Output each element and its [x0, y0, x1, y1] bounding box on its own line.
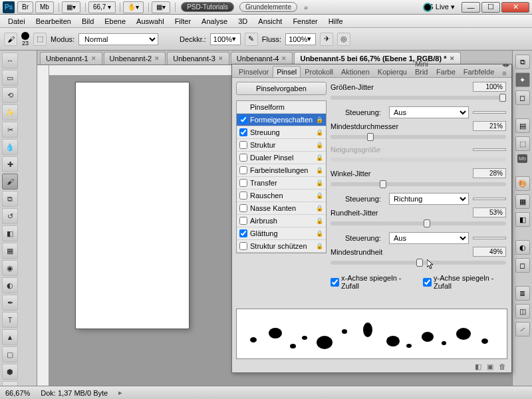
blur-tool[interactable]: ◉ — [2, 260, 18, 276]
panel-icon[interactable]: ◻ — [515, 90, 530, 105]
doc-tab-5[interactable]: Unbenannt-5 bei 66,7% (Ebene 1, RGB/8) *… — [294, 52, 460, 65]
close-icon[interactable]: ✕ — [281, 55, 287, 62]
tab-farbfelder[interactable]: Farbfelde — [460, 66, 498, 77]
blend-mode-select[interactable]: Normal — [78, 33, 158, 45]
doc-tab-2[interactable]: Unbenannt-2✕ — [104, 52, 166, 65]
brush-option-streuung[interactable]: Streuung🔒 — [237, 126, 326, 139]
option-checkbox[interactable] — [239, 242, 247, 250]
workspace-grundelemente[interactable]: Grundelemente — [239, 2, 297, 12]
tab-pinselvorgaben[interactable]: Pinselvor — [235, 66, 273, 77]
doc-tab-3[interactable]: Unbenannt-3✕ — [167, 52, 229, 65]
paths-panel-icon[interactable]: ⟋ — [515, 322, 530, 336]
tab-kopierquelle[interactable]: Kopierqu — [374, 66, 411, 77]
min-round-slider[interactable] — [331, 261, 506, 265]
stamp-tool[interactable]: ⧉ — [2, 191, 18, 207]
menu-auswahl[interactable]: Auswahl — [131, 17, 170, 25]
lock-icon[interactable]: 🔒 — [316, 142, 323, 148]
tab-overflow-icon[interactable]: ◂▸ ≡ — [498, 61, 514, 77]
lock-icon[interactable]: 🔒 — [316, 116, 323, 123]
menu-3d[interactable]: 3D — [233, 17, 253, 25]
size-jitter-slider[interactable] — [331, 96, 506, 100]
menu-bild[interactable]: Bild — [76, 17, 99, 25]
min-diameter-value[interactable]: 21% — [473, 121, 506, 131]
menu-ebene[interactable]: Ebene — [99, 17, 131, 25]
status-doc-info[interactable]: Dok: 1,37 MB/0 Byte — [41, 389, 108, 397]
panel-icon[interactable]: ✦ — [515, 72, 530, 87]
angle-jitter-value[interactable]: 28% — [473, 168, 506, 178]
toggle-preview-icon[interactable]: ◧ — [475, 362, 481, 371]
option-checkbox[interactable] — [239, 192, 247, 200]
option-checkbox[interactable] — [239, 116, 247, 124]
brush-tool[interactable]: 🖌 — [2, 174, 18, 190]
airbrush-icon[interactable]: ✈ — [320, 33, 333, 46]
round-jitter-slider[interactable] — [331, 221, 506, 225]
option-checkbox[interactable] — [239, 179, 247, 187]
round-jitter-value[interactable]: 53% — [473, 207, 506, 217]
heal-tool[interactable]: ✚ — [2, 156, 18, 172]
lock-icon[interactable]: 🔒 — [316, 129, 323, 136]
brush-option-struktur-schützen[interactable]: Struktur schützen🔒 — [237, 240, 326, 253]
cslive-button[interactable]: CS Live ▾ — [423, 3, 455, 11]
brush-option-nasse-kanten[interactable]: Nasse Kanten🔒 — [237, 202, 326, 215]
close-icon[interactable]: ✕ — [91, 55, 96, 62]
brush-option-struktur[interactable]: Struktur🔒 — [237, 139, 326, 152]
lasso-tool[interactable]: ⟲ — [2, 87, 18, 103]
arrange-button[interactable]: ✋▾ — [123, 1, 144, 13]
tab-protokoll[interactable]: Protokoll — [301, 66, 337, 77]
workspace-psd-tutorials[interactable]: PSD-Tutorials — [181, 2, 234, 12]
tab-aktionen[interactable]: Aktionen — [337, 66, 374, 77]
channels-panel-icon[interactable]: ◫ — [515, 304, 530, 319]
shape-tool[interactable]: ▢ — [2, 346, 18, 362]
flow-input[interactable]: 100% ▾ — [285, 33, 316, 45]
minibridge-button[interactable]: Mb — [35, 1, 54, 13]
brush-option-formeigenschaften[interactable]: Formeigenschaften🔒 — [237, 114, 326, 126]
control2-select[interactable]: Richtung — [389, 193, 469, 205]
bridge-button[interactable]: Br — [17, 1, 33, 13]
tab-farbe[interactable]: Farbe — [432, 66, 460, 77]
tool-preset-icon[interactable]: 🖌 — [4, 33, 17, 46]
menu-filter[interactable]: Filter — [170, 17, 196, 25]
option-checkbox[interactable] — [239, 166, 247, 174]
lock-icon[interactable]: 🔒 — [316, 230, 323, 237]
workspace-more-icon[interactable]: » — [300, 3, 312, 11]
opacity-pressure-icon[interactable]: ✎ — [245, 33, 258, 46]
menu-hilfe[interactable]: Hilfe — [323, 17, 348, 25]
new-brush-icon[interactable]: ▣ — [487, 362, 493, 371]
type-tool[interactable]: T — [2, 312, 18, 328]
extras-button[interactable]: ▦▾ — [152, 1, 170, 13]
brush-option-airbrush[interactable]: Airbrush🔒 — [237, 215, 326, 227]
swatches-panel-icon[interactable]: ▦ — [515, 194, 530, 209]
option-checkbox[interactable] — [239, 154, 247, 162]
brush-option-pinselform[interactable]: Pinselform — [237, 101, 326, 114]
brush-option-transfer[interactable]: Transfer🔒 — [237, 177, 326, 190]
tab-minibridge[interactable]: Mini Brid — [411, 58, 432, 77]
option-checkbox[interactable] — [239, 229, 247, 237]
menu-analyse[interactable]: Analyse — [196, 17, 233, 25]
brush-option-rauschen[interactable]: Rauschen🔒 — [237, 190, 326, 202]
wand-tool[interactable]: ✨ — [2, 104, 18, 120]
angle-jitter-slider[interactable] — [331, 182, 506, 186]
flip-y-checkbox[interactable]: y-Achse spiegeln - Zufall — [423, 274, 506, 290]
lock-icon[interactable]: 🔒 — [316, 167, 323, 174]
eyedropper-tool[interactable]: 💧 — [2, 139, 18, 155]
path-select-tool[interactable]: ▲ — [2, 329, 18, 345]
eraser-tool[interactable]: ◧ — [2, 225, 18, 241]
flip-x-checkbox[interactable]: x-Achse spiegeln - Zufall — [331, 274, 414, 290]
min-diameter-slider[interactable] — [331, 135, 506, 139]
menu-datei[interactable]: Datei — [3, 17, 31, 25]
menu-ansicht[interactable]: Ansicht — [253, 17, 287, 25]
brush-option-dualer-pinsel[interactable]: Dualer Pinsel🔒 — [237, 152, 326, 164]
panel-icon[interactable]: ▤ — [515, 118, 530, 133]
panel-icon[interactable]: ⬚ — [515, 136, 530, 151]
brush-panel-toggle-icon[interactable]: ⬚ — [33, 33, 47, 46]
pen-tool[interactable]: ✒ — [2, 295, 18, 311]
lock-icon[interactable]: 🔒 — [316, 180, 323, 186]
dodge-tool[interactable]: ◐ — [2, 277, 18, 293]
move-tool[interactable]: ↔ — [2, 53, 18, 68]
status-zoom[interactable]: 66,67% — [5, 389, 30, 397]
size-jitter-value[interactable]: 100% — [473, 82, 506, 92]
canvas[interactable] — [76, 82, 189, 329]
doc-tab-4[interactable]: Unbenannt-4✕ — [231, 52, 293, 65]
control3-select[interactable]: Aus — [389, 232, 469, 244]
lock-icon[interactable]: 🔒 — [316, 217, 323, 224]
